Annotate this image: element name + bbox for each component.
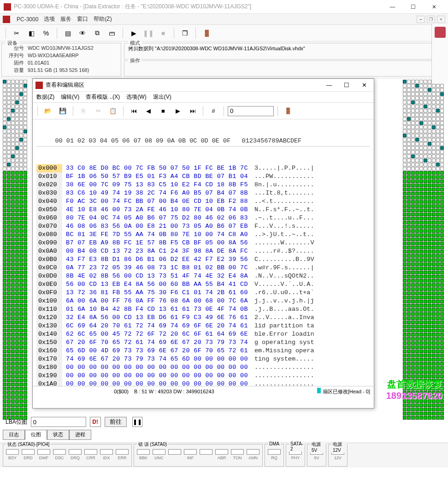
window-title: PC-3000 UDMA-E - China - [Data Extractor… xyxy=(14,3,382,11)
hex-row[interactable]: 0x16065 6D 00 4D 69 73 73 69 6E 67 20 6F… xyxy=(36,347,370,355)
side-panel xyxy=(431,24,448,84)
hex-row[interactable]: 0x080BC 81 3E FE 7D 55 AA 74 0B 80 7E 10… xyxy=(36,231,370,239)
maximize-button[interactable]: ☐ xyxy=(403,0,424,13)
tool-exit-icon[interactable]: 🚪 xyxy=(200,27,213,40)
tab-map[interactable]: 位图 xyxy=(25,430,47,440)
hex-copy-icon[interactable]: ⎘ xyxy=(77,105,90,118)
mdi-minimize[interactable]: ‒ xyxy=(417,16,425,23)
hex-row[interactable]: 0x0F013 72 36 81 FB 55 AA 75 30 F6 C1 01… xyxy=(36,289,370,297)
side-disk-icon[interactable] xyxy=(435,27,446,38)
hex-save-icon[interactable]: 💾 xyxy=(56,105,69,118)
menu-options[interactable]: 选项 xyxy=(44,15,55,23)
tool-database-icon[interactable]: 🗃 xyxy=(105,27,119,40)
tool-settings-icon[interactable]: ✂ xyxy=(10,27,24,40)
hex-status-geom: B : 51 W : 49203 DW : 3499016243 xyxy=(134,389,312,394)
hex-row[interactable]: 0x0B043 F7 E3 8B D1 86 D6 B1 06 D2 EE 42… xyxy=(36,255,370,264)
hex-header: 00 01 02 03 04 05 06 07 08 09 0A 0B 0C 0… xyxy=(36,137,370,147)
hex-row[interactable]: 0x1A000 00 00 00 00 00 00 00 00 00 00 00… xyxy=(36,380,370,386)
device-model: WDC WD10JMVW-11AJGS2 xyxy=(28,44,94,52)
mdi-restore[interactable]: ❐ xyxy=(427,16,435,23)
hex-menu-options[interactable]: 选项(W) xyxy=(126,93,146,101)
tool-percent-icon[interactable]: % xyxy=(39,27,53,40)
hex-stop-icon[interactable]: ■ xyxy=(157,105,170,118)
tab-process[interactable]: 进程 xyxy=(69,430,91,440)
hex-row[interactable]: 0x07046 08 06 83 56 0A 00 E8 21 00 73 05… xyxy=(36,222,370,231)
hex-cut-icon[interactable]: ✂ xyxy=(92,105,105,118)
hex-row[interactable]: 0x0E056 00 CD 13 EB E4 8A 56 00 60 BB AA… xyxy=(36,280,370,289)
device-info: 设备 型号WDC WD10JMVW-11AJGS2 序列号WD-WXD1AA5E… xyxy=(1,43,121,77)
lba-bar: LBA位图 D! 前往 ❚❚ xyxy=(3,416,445,428)
hex-row[interactable]: 0x0504E 10 E8 46 00 73 2A FE 46 10 80 7E… xyxy=(36,206,370,214)
mode-legend: 模式 xyxy=(128,40,142,47)
device-fw: 01.01A01 xyxy=(28,59,49,66)
mode-box: 模式 拷贝数据到 "A:\2019\20200308-WDC WD10JMVW-… xyxy=(124,43,447,59)
menu-help[interactable]: 帮助(Z) xyxy=(94,15,112,23)
hex-first-icon[interactable]: ⏮ xyxy=(127,105,140,118)
op-box: 操作 xyxy=(124,60,447,77)
hex-row[interactable]: 0x14062 6C 65 00 45 72 72 6F 72 20 6C 6F… xyxy=(36,330,370,338)
hex-row[interactable]: 0x18000 00 00 00 00 00 00 00 00 00 00 00… xyxy=(36,363,370,372)
hex-row[interactable]: 0x19000 00 00 00 00 00 00 00 00 00 00 00… xyxy=(36,372,370,380)
hex-row[interactable]: 0x17074 69 6E 67 20 73 79 73 74 65 6D 00… xyxy=(36,355,370,363)
hex-next-icon[interactable]: ▶ xyxy=(171,105,184,118)
hex-last-icon[interactable]: ⏭ xyxy=(186,105,199,118)
close-button[interactable]: ✕ xyxy=(424,0,444,13)
hex-open-icon[interactable]: 📂 xyxy=(41,105,54,118)
hex-row[interactable]: 0x03083 C6 10 49 74 19 38 2C 74 F6 A0 B5… xyxy=(36,189,370,197)
hex-prev-icon[interactable]: ◀ xyxy=(142,105,155,118)
hex-row[interactable]: 0x1006A 00 6A 00 FF 76 0A FF 76 08 6A 00… xyxy=(36,297,370,305)
minimize-button[interactable]: — xyxy=(382,0,403,13)
tool-binoculars-icon[interactable]: 👁 xyxy=(76,27,89,40)
hex-row[interactable]: 0x00033 C0 8E D0 BC 00 7C FB 50 07 50 1F… xyxy=(36,164,370,172)
lba-go-button[interactable]: 前往 xyxy=(105,417,127,427)
tool-copy-icon[interactable]: ❐ xyxy=(178,27,192,40)
hex-menu-bar: 数据(Z) 编辑(V) 查看模版 ..(X) 选项(W) 退出(V) xyxy=(33,92,374,103)
hex-row[interactable]: 0x010BF 1B 06 50 57 B9 E5 01 F3 A4 CB BD… xyxy=(36,172,370,181)
hex-view[interactable]: 00 01 02 03 04 05 06 07 08 09 0A 0B 0C 0… xyxy=(33,119,374,386)
hex-row[interactable]: 0x0D08B 4E 02 8B 56 00 CD 13 73 51 4F 74… xyxy=(36,272,370,280)
tool-play-icon[interactable]: ▶ xyxy=(127,27,141,40)
mdi-close[interactable]: × xyxy=(437,16,445,23)
hex-goto-input[interactable] xyxy=(228,106,274,116)
hex-status-modified: 扇区已修改[Head - 0] xyxy=(317,388,370,395)
hex-row[interactable]: 0x0A000 B4 08 CD 13 72 23 8A C1 24 3F 98… xyxy=(36,247,370,255)
sector-map-right[interactable] xyxy=(403,80,445,441)
status-bar: 状态 (SATA0)-[PIO4]BSYDRDDWFDSCDRQCRRIDXER… xyxy=(0,443,448,468)
lba-label: LBA位图 xyxy=(6,418,27,426)
hex-row[interactable]: 0x040F0 AC 3C 00 74 FC BB 07 00 B4 0E CD… xyxy=(36,197,370,206)
tab-status[interactable]: 状态 xyxy=(47,430,69,440)
menu-pc3000[interactable]: PC-3000 xyxy=(17,16,38,23)
hex-row[interactable]: 0x090B7 07 EB A9 8B FC 1E 57 8B F5 CB BF… xyxy=(36,239,370,247)
menu-service[interactable]: 服务 xyxy=(60,15,71,23)
lba-input[interactable] xyxy=(31,417,86,427)
lba-pause-icon[interactable]: ❚❚ xyxy=(132,417,142,427)
hex-row[interactable]: 0x12032 E4 8A 56 00 CD 13 EB D6 61 F9 C3… xyxy=(36,314,370,322)
tool-scan-icon[interactable]: ⧉ xyxy=(90,27,104,40)
hex-row[interactable]: 0x06080 7E 04 0C 74 05 A0 B6 07 75 D2 80… xyxy=(36,214,370,222)
hex-app-icon xyxy=(35,82,43,89)
menu-window[interactable]: 窗口 xyxy=(77,15,88,23)
tool-stop-icon[interactable]: ■ xyxy=(156,27,170,40)
hex-editor-window: 查看和编辑扇区 — ☐ ✕ 数据(Z) 编辑(V) 查看模版 ..(X) 选项(… xyxy=(32,78,374,409)
hex-minimize-button[interactable]: — xyxy=(322,80,336,90)
hex-row[interactable]: 0x15067 20 6F 70 65 72 61 74 69 6E 67 20… xyxy=(36,338,370,347)
hex-close-button[interactable]: ✕ xyxy=(357,80,371,90)
hex-menu-edit[interactable]: 编辑(V) xyxy=(61,93,79,101)
hex-paste-icon[interactable]: 📋 xyxy=(106,105,119,118)
hex-menu-exit[interactable]: 退出(V) xyxy=(153,93,171,101)
hex-menu-template[interactable]: 查看模版 ..(X) xyxy=(86,93,120,101)
hex-row[interactable]: 0x0C00A 77 23 72 05 39 46 08 73 1C B8 01… xyxy=(36,264,370,272)
lba-flag-icon[interactable]: D! xyxy=(90,417,101,427)
tool-map-icon[interactable]: ▤ xyxy=(61,27,75,40)
hex-maximize-button[interactable]: ☐ xyxy=(340,80,354,90)
tool-disk-icon[interactable]: ◧ xyxy=(24,27,38,40)
hex-row[interactable]: 0x11001 6A 10 B4 42 8B F4 CD 13 61 61 73… xyxy=(36,305,370,314)
hex-exit-icon[interactable]: 🚪 xyxy=(282,105,295,118)
hex-grid-icon[interactable]: # xyxy=(207,105,220,118)
hex-menu-data[interactable]: 数据(Z) xyxy=(36,93,54,101)
tool-pause-icon[interactable]: ❚❚ xyxy=(141,27,155,40)
sector-map-left[interactable] xyxy=(3,80,28,441)
hex-row[interactable]: 0x1306C 69 64 20 70 61 72 74 69 74 69 6F… xyxy=(36,322,370,330)
hex-row[interactable]: 0x02038 6E 00 7C 09 75 13 83 C5 10 E2 F4… xyxy=(36,181,370,189)
tab-log[interactable]: 日志 xyxy=(3,430,25,440)
